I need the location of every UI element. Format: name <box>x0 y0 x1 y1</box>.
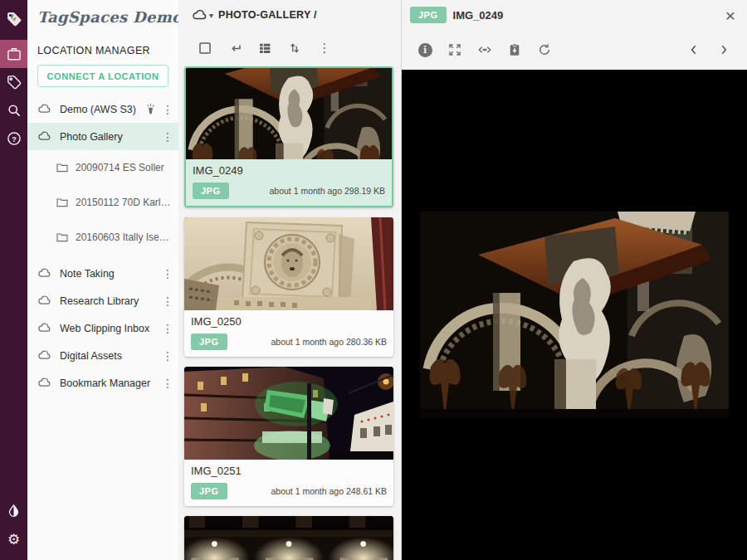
file-properties-button[interactable]: i <box>410 37 440 63</box>
more-dots-icon: ⋮ <box>319 41 331 56</box>
folder-icon <box>56 196 69 209</box>
location-menu-dots-icon[interactable]: ⋮ <box>162 267 173 280</box>
thumbnail-img-0249 <box>186 68 392 159</box>
select-all-button[interactable] <box>190 36 220 61</box>
cloud-icon <box>37 348 51 363</box>
sort-arrows-icon <box>287 41 302 56</box>
theme-contrast-icon[interactable] <box>0 497 27 525</box>
location-menu-dots-icon[interactable]: ⋮ <box>162 322 173 335</box>
location-row-bookmark-manager[interactable]: Bookmark Manager ⋮ <box>27 369 178 397</box>
close-icon[interactable]: × <box>722 7 739 24</box>
chevron-down-icon[interactable]: ▾ <box>209 11 213 20</box>
sort-button[interactable] <box>280 36 310 61</box>
location-menu-dots-icon[interactable]: ⋮ <box>162 377 173 390</box>
app-logo-text: TagSpaces Demo <box>37 8 178 26</box>
cloud-icon <box>37 376 51 390</box>
cloud-icon <box>37 102 51 116</box>
file-card-partial[interactable] <box>184 516 393 560</box>
file-card-img-0251[interactable]: IMG_0251 JPG about 1 month ago 248.61 KB <box>184 367 393 506</box>
help-nav-button[interactable]: ? <box>0 124 27 153</box>
file-type-badge[interactable]: JPG <box>191 334 227 350</box>
image-viewer-area[interactable] <box>402 70 747 560</box>
breadcrumb[interactable]: PHOTO-GALLERY / <box>218 9 317 21</box>
search-nav-button[interactable] <box>0 96 27 124</box>
location-menu-dots-icon[interactable]: ⋮ <box>162 349 173 363</box>
chevron-left-icon <box>687 43 701 56</box>
info-icon: i <box>418 43 432 57</box>
open-html-button[interactable] <box>470 37 500 63</box>
connect-location-button[interactable]: CONNECT A LOCATION <box>37 65 168 87</box>
thumbnail-img-0250 <box>184 217 393 310</box>
file-type-badge[interactable]: JPG <box>191 483 227 499</box>
file-preview-panel: JPG IMG_0249 × i <box>401 0 747 560</box>
preview-header: JPG IMG_0249 × <box>402 0 747 30</box>
default-location-torch-icon <box>144 103 157 115</box>
refresh-icon <box>537 42 552 57</box>
code-brackets-icon <box>476 41 493 58</box>
file-type-badge[interactable]: JPG <box>193 183 229 199</box>
file-card-img-0250[interactable]: IMG_0250 JPG about 1 month ago 280.36 KB <box>184 217 393 357</box>
location-row-research-library[interactable]: Research Library ⋮ <box>27 287 178 314</box>
reload-button[interactable] <box>530 37 559 63</box>
file-meta: about 1 month ago 248.61 KB <box>271 486 387 496</box>
svg-text:?: ? <box>12 135 17 144</box>
folder-row-iseo[interactable]: 20160603 Itally Iseo Chri... <box>27 220 178 255</box>
cloud-icon[interactable] <box>192 7 208 23</box>
preview-file-title: IMG_0249 <box>453 9 722 22</box>
location-row-note-taking[interactable]: Note Taking ⋮ <box>27 260 178 287</box>
preview-photo-img-0249 <box>420 212 729 418</box>
fullscreen-icon <box>447 42 462 57</box>
location-manager-panel: TagSpaces Demo v3.2.6 LOCATION MANAGER C… <box>27 0 178 560</box>
thumbnail-img-0251 <box>184 367 393 460</box>
next-file-button[interactable] <box>709 37 739 63</box>
file-meta: about 1 month ago 280.36 KB <box>271 337 387 347</box>
file-grid-scroll-area[interactable]: IMG_0249 JPG about 1 month ago 298.19 KB… <box>178 66 401 560</box>
cloud-icon <box>37 266 51 280</box>
cloud-icon <box>37 321 51 335</box>
checkbox-outline-icon <box>198 41 212 56</box>
location-menu-dots-icon[interactable]: ⋮ <box>162 130 173 144</box>
app-brand: TagSpaces Demo v3.2.6 <box>27 0 178 38</box>
cloud-icon <box>37 129 51 144</box>
location-row-demo-aws[interactable]: Demo (AWS S3) ⋮ <box>27 95 178 123</box>
file-browser-panel: ▾ PHOTO-GALLERY / <box>178 0 401 560</box>
file-card-img-0249[interactable]: IMG_0249 JPG about 1 month ago 298.19 KB <box>184 66 393 207</box>
previous-file-button[interactable] <box>679 37 709 63</box>
list-view-icon <box>257 41 272 56</box>
folder-row-karlsruhe[interactable]: 20150112 70D Karlsruhe <box>27 185 178 220</box>
location-row-photo-gallery[interactable]: Photo Gallery ⋮ <box>27 123 178 150</box>
thumbnail-partial-night-building <box>184 516 393 560</box>
location-menu-dots-icon[interactable]: ⋮ <box>162 295 173 308</box>
file-name: IMG_0250 <box>184 310 393 329</box>
settings-gear-button[interactable]: ⚙ <box>0 525 27 553</box>
location-row-web-clipping[interactable]: Web Clipping Inbox ⋮ <box>27 314 178 342</box>
location-menu-dots-icon[interactable]: ⋮ <box>162 103 173 116</box>
tagspaces-app-window: ? ⚙ TagSpaces Demo v3.2.6 LOCATION MANAG… <box>0 0 747 560</box>
tagspaces-logo-icon[interactable] <box>0 5 27 33</box>
download-clipboard-icon <box>507 42 522 57</box>
folder-row-es-soller[interactable]: 20090714 ES Soller <box>27 150 178 185</box>
chevron-right-icon <box>717 43 730 56</box>
breadcrumb-bar: ▾ PHOTO-GALLERY / <box>178 0 401 30</box>
gear-icon: ⚙ <box>7 533 20 547</box>
return-arrow-icon <box>227 41 243 56</box>
download-file-button[interactable] <box>500 37 530 63</box>
file-name: IMG_0249 <box>186 159 392 178</box>
file-name: IMG_0251 <box>184 460 393 479</box>
fullscreen-button[interactable] <box>440 37 470 63</box>
location-manager-title: LOCATION MANAGER <box>27 38 178 61</box>
navigate-up-button[interactable] <box>220 36 250 61</box>
open-location-nav-button[interactable] <box>0 40 27 68</box>
file-browser-toolbar: ⋮ <box>178 30 401 66</box>
cloud-icon <box>37 294 51 308</box>
file-meta: about 1 month ago 298.19 KB <box>269 186 385 196</box>
tag-library-nav-button[interactable] <box>0 68 27 96</box>
folder-menu-button[interactable]: ⋮ <box>310 36 339 61</box>
folder-icon <box>56 161 69 174</box>
folder-icon <box>56 231 69 244</box>
vertical-nav-sidebar: ? ⚙ <box>0 0 27 560</box>
location-row-digital-assets[interactable]: Digital Assets ⋮ <box>27 342 178 369</box>
view-mode-button[interactable] <box>250 36 280 61</box>
preview-toolbar: i <box>402 30 747 70</box>
preview-file-type-badge[interactable]: JPG <box>410 7 447 23</box>
